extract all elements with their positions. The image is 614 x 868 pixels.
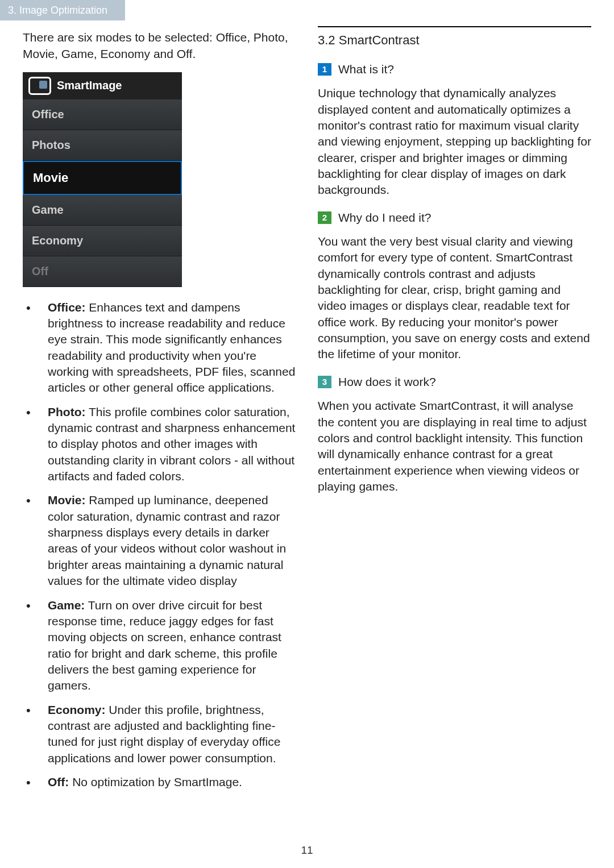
mode-desc: No optimization by SmartImage. <box>69 775 242 788</box>
mode-term: Off: <box>48 775 69 788</box>
mode-term: Economy: <box>48 703 106 716</box>
left-column: There are six modes to be selected: Offi… <box>23 26 301 798</box>
step-badge-1: 1 <box>318 63 331 76</box>
osd-item-economy[interactable]: Economy <box>23 226 182 256</box>
mode-term: Movie: <box>48 493 86 506</box>
list-item: Photo: This profile combines color satur… <box>39 404 296 485</box>
step-badge-3: 3 <box>318 376 331 388</box>
question-why-need-it: 2 Why do I need it? <box>318 210 591 226</box>
mode-term: Photo: <box>48 405 85 418</box>
osd-header: SmartImage <box>23 72 182 99</box>
question-what-is-it: 1 What is it? <box>318 61 591 77</box>
mode-desc: Turn on over drive circuit for best resp… <box>48 599 281 692</box>
section-name: SmartContrast <box>339 33 420 47</box>
page-content: There are six modes to be selected: Offi… <box>0 20 614 798</box>
list-item: Off: No optimization by SmartImage. <box>39 774 296 790</box>
smartimage-icon <box>28 77 51 95</box>
osd-item-office[interactable]: Office <box>23 99 182 130</box>
paragraph: You want the very best visual clarity an… <box>318 234 591 363</box>
osd-title: SmartImage <box>57 78 122 93</box>
page-number: 11 <box>0 843 614 858</box>
osd-item-movie[interactable]: Movie <box>23 161 182 195</box>
mode-term: Game: <box>48 599 85 612</box>
section-number: 3.2 <box>318 33 335 47</box>
mode-desc: Ramped up luminance, deepened color satu… <box>48 493 286 587</box>
osd-item-photos[interactable]: Photos <box>23 130 182 161</box>
osd-item-game[interactable]: Game <box>23 195 182 226</box>
smartimage-osd-menu: SmartImage Office Photos Movie Game Econ… <box>23 72 182 287</box>
step-badge-2: 2 <box>318 211 331 224</box>
intro-text: There are six modes to be selected: Offi… <box>23 30 296 62</box>
question-how-work: 3 How does it work? <box>318 374 591 390</box>
mode-desc: This profile combines color saturation, … <box>48 405 295 483</box>
breadcrumb: 3. Image Optimization <box>0 0 125 20</box>
mode-term: Office: <box>48 301 86 314</box>
osd-item-off[interactable]: Off <box>23 256 182 287</box>
paragraph: Unique technology that dynamically analy… <box>318 85 591 198</box>
list-item: Office: Enhances text and dampens bright… <box>39 300 296 396</box>
section-rule <box>318 26 591 27</box>
mode-desc: Enhances text and dampens brightness to … <box>48 301 295 394</box>
list-item: Movie: Ramped up luminance, deepened col… <box>39 492 296 589</box>
list-item: Economy: Under this profile, brightness,… <box>39 702 296 766</box>
right-column: 3.2 SmartContrast 1 What is it? Unique t… <box>318 26 591 798</box>
list-item: Game: Turn on over drive circuit for bes… <box>39 597 296 694</box>
question-label: Why do I need it? <box>338 210 431 226</box>
mode-descriptions: Office: Enhances text and dampens bright… <box>23 300 296 791</box>
paragraph: When you activate SmartContrast, it will… <box>318 398 591 495</box>
section-title: 3.2 SmartContrast <box>318 32 591 49</box>
question-label: What is it? <box>338 61 394 77</box>
question-label: How does it work? <box>338 374 436 390</box>
